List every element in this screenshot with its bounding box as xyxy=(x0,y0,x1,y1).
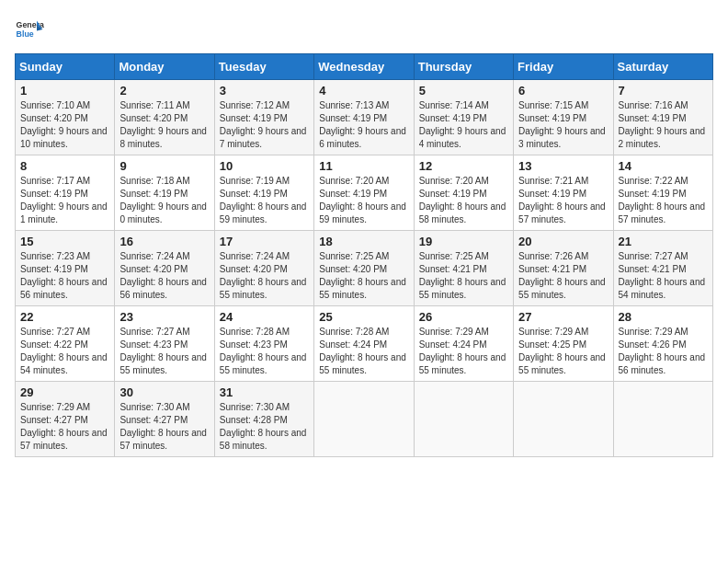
sunset-label: Sunset: 4:27 PM xyxy=(20,415,88,425)
sunrise-label: Sunrise: 7:28 AM xyxy=(220,327,290,337)
day-number: 8 xyxy=(20,159,109,173)
daylight-label: Daylight: 9 hours and 7 minutes. xyxy=(220,126,307,149)
daylight-label: Daylight: 8 hours and 58 minutes. xyxy=(220,428,307,451)
daylight-label: Daylight: 8 hours and 55 minutes. xyxy=(319,277,406,300)
day-info: Sunrise: 7:21 AMSunset: 4:19 PMDaylight:… xyxy=(518,175,608,226)
day-info: Sunrise: 7:14 AMSunset: 4:19 PMDaylight:… xyxy=(419,99,508,151)
day-info: Sunrise: 7:20 AMSunset: 4:19 PMDaylight:… xyxy=(319,175,408,226)
weekday-header-cell: Thursday xyxy=(414,54,513,80)
day-info: Sunrise: 7:25 AMSunset: 4:20 PMDaylight:… xyxy=(319,250,408,302)
daylight-label: Daylight: 8 hours and 55 minutes. xyxy=(518,277,606,300)
calendar-day-cell: 18Sunrise: 7:25 AMSunset: 4:20 PMDayligh… xyxy=(314,231,414,306)
day-info: Sunrise: 7:25 AMSunset: 4:21 PMDaylight:… xyxy=(419,250,508,302)
calendar-day-cell: 1Sunrise: 7:10 AMSunset: 4:20 PMDaylight… xyxy=(16,80,115,155)
calendar-day-cell: 15Sunrise: 7:23 AMSunset: 4:19 PMDayligh… xyxy=(16,231,115,306)
day-number: 13 xyxy=(518,159,608,173)
calendar-day-cell: 30Sunrise: 7:30 AMSunset: 4:27 PMDayligh… xyxy=(115,382,214,457)
sunrise-label: Sunrise: 7:27 AM xyxy=(619,251,688,261)
sunrise-label: Sunrise: 7:10 AM xyxy=(20,100,90,110)
calendar-day-cell: 22Sunrise: 7:27 AMSunset: 4:22 PMDayligh… xyxy=(16,306,115,382)
day-number: 29 xyxy=(20,385,109,399)
daylight-label: Daylight: 8 hours and 55 minutes. xyxy=(319,352,406,375)
day-info: Sunrise: 7:27 AMSunset: 4:21 PMDaylight:… xyxy=(619,250,708,302)
day-number: 26 xyxy=(419,310,508,324)
calendar-week-row: 15Sunrise: 7:23 AMSunset: 4:19 PMDayligh… xyxy=(16,231,713,306)
calendar-day-cell: 3Sunrise: 7:12 AMSunset: 4:19 PMDaylight… xyxy=(214,80,313,155)
sunrise-label: Sunrise: 7:27 AM xyxy=(20,327,90,337)
day-number: 9 xyxy=(119,159,209,173)
calendar-day-cell: 28Sunrise: 7:29 AMSunset: 4:26 PMDayligh… xyxy=(613,306,712,382)
svg-text:Blue: Blue xyxy=(17,29,34,39)
sunrise-label: Sunrise: 7:24 AM xyxy=(119,251,189,261)
day-number: 27 xyxy=(518,310,608,324)
calendar-day-cell: 13Sunrise: 7:21 AMSunset: 4:19 PMDayligh… xyxy=(514,155,613,231)
calendar-table: SundayMondayTuesdayWednesdayThursdayFrid… xyxy=(15,53,713,457)
daylight-label: Daylight: 9 hours and 4 minutes. xyxy=(419,126,506,149)
day-number: 11 xyxy=(319,159,408,173)
sunset-label: Sunset: 4:20 PM xyxy=(220,264,288,274)
sunrise-label: Sunrise: 7:22 AM xyxy=(619,176,688,186)
weekday-header-cell: Friday xyxy=(514,54,613,80)
calendar-day-cell: 2Sunrise: 7:11 AMSunset: 4:20 PMDaylight… xyxy=(115,80,214,155)
sunset-label: Sunset: 4:19 PM xyxy=(518,113,586,123)
day-number: 1 xyxy=(20,84,109,98)
calendar-day-cell: 19Sunrise: 7:25 AMSunset: 4:21 PMDayligh… xyxy=(414,231,513,306)
daylight-label: Daylight: 8 hours and 55 minutes. xyxy=(419,277,506,300)
calendar-day-cell: 24Sunrise: 7:28 AMSunset: 4:23 PMDayligh… xyxy=(214,306,313,382)
day-number: 19 xyxy=(419,235,508,248)
calendar-empty-cell xyxy=(314,382,414,457)
sunset-label: Sunset: 4:20 PM xyxy=(20,113,88,123)
daylight-label: Daylight: 8 hours and 56 minutes. xyxy=(619,352,706,375)
day-info: Sunrise: 7:29 AMSunset: 4:27 PMDaylight:… xyxy=(20,401,109,453)
day-number: 30 xyxy=(119,385,209,399)
day-number: 4 xyxy=(319,84,408,98)
sunrise-label: Sunrise: 7:18 AM xyxy=(119,176,189,186)
daylight-label: Daylight: 8 hours and 57 minutes. xyxy=(119,428,207,451)
day-number: 25 xyxy=(319,310,408,324)
daylight-label: Daylight: 8 hours and 54 minutes. xyxy=(619,277,706,300)
logo-icon: General Blue xyxy=(15,15,44,44)
weekday-header-row: SundayMondayTuesdayWednesdayThursdayFrid… xyxy=(16,54,713,80)
day-info: Sunrise: 7:13 AMSunset: 4:19 PMDaylight:… xyxy=(319,99,408,151)
day-number: 12 xyxy=(419,159,508,173)
sunset-label: Sunset: 4:19 PM xyxy=(20,264,88,274)
calendar-day-cell: 20Sunrise: 7:26 AMSunset: 4:21 PMDayligh… xyxy=(514,231,613,306)
day-info: Sunrise: 7:30 AMSunset: 4:28 PMDaylight:… xyxy=(220,401,309,453)
sunset-label: Sunset: 4:19 PM xyxy=(220,113,288,123)
sunset-label: Sunset: 4:19 PM xyxy=(619,113,687,123)
weekday-header-cell: Monday xyxy=(115,54,214,80)
sunrise-label: Sunrise: 7:14 AM xyxy=(419,100,489,110)
calendar-day-cell: 21Sunrise: 7:27 AMSunset: 4:21 PMDayligh… xyxy=(613,231,712,306)
day-info: Sunrise: 7:23 AMSunset: 4:19 PMDaylight:… xyxy=(20,250,109,302)
day-number: 5 xyxy=(419,84,508,98)
day-number: 2 xyxy=(119,84,209,98)
calendar-week-row: 29Sunrise: 7:29 AMSunset: 4:27 PMDayligh… xyxy=(16,382,713,457)
day-info: Sunrise: 7:27 AMSunset: 4:22 PMDaylight:… xyxy=(20,326,109,377)
sunrise-label: Sunrise: 7:16 AM xyxy=(619,100,688,110)
sunrise-label: Sunrise: 7:13 AM xyxy=(319,100,389,110)
day-info: Sunrise: 7:12 AMSunset: 4:19 PMDaylight:… xyxy=(220,99,309,151)
day-info: Sunrise: 7:26 AMSunset: 4:21 PMDaylight:… xyxy=(518,250,608,302)
calendar-empty-cell xyxy=(514,382,613,457)
page-header: General Blue xyxy=(15,15,713,44)
sunrise-label: Sunrise: 7:27 AM xyxy=(119,327,189,337)
day-number: 24 xyxy=(220,310,309,324)
sunrise-label: Sunrise: 7:28 AM xyxy=(319,327,389,337)
sunrise-label: Sunrise: 7:29 AM xyxy=(518,327,588,337)
daylight-label: Daylight: 9 hours and 6 minutes. xyxy=(319,126,406,149)
calendar-day-cell: 11Sunrise: 7:20 AMSunset: 4:19 PMDayligh… xyxy=(314,155,414,231)
calendar-day-cell: 31Sunrise: 7:30 AMSunset: 4:28 PMDayligh… xyxy=(214,382,313,457)
sunset-label: Sunset: 4:19 PM xyxy=(419,189,487,199)
daylight-label: Daylight: 8 hours and 56 minutes. xyxy=(119,277,207,300)
calendar-day-cell: 4Sunrise: 7:13 AMSunset: 4:19 PMDaylight… xyxy=(314,80,414,155)
sunrise-label: Sunrise: 7:21 AM xyxy=(518,176,588,186)
day-info: Sunrise: 7:19 AMSunset: 4:19 PMDaylight:… xyxy=(220,175,309,226)
day-info: Sunrise: 7:24 AMSunset: 4:20 PMDaylight:… xyxy=(220,250,309,302)
daylight-label: Daylight: 8 hours and 56 minutes. xyxy=(20,277,108,300)
day-info: Sunrise: 7:15 AMSunset: 4:19 PMDaylight:… xyxy=(518,99,608,151)
weekday-header-cell: Sunday xyxy=(16,54,115,80)
sunset-label: Sunset: 4:20 PM xyxy=(119,113,188,123)
day-info: Sunrise: 7:24 AMSunset: 4:20 PMDaylight:… xyxy=(119,250,209,302)
day-number: 3 xyxy=(220,84,309,98)
weekday-header-cell: Saturday xyxy=(613,54,712,80)
